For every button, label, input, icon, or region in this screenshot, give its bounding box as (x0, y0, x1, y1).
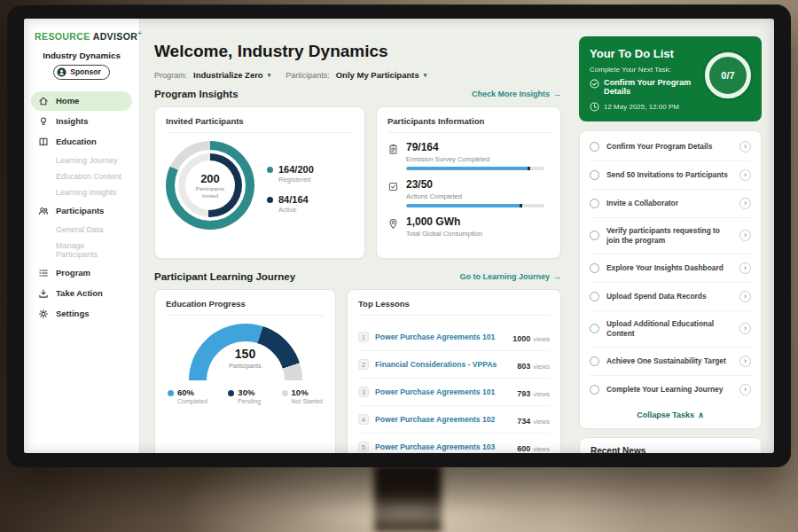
chevron-right-icon[interactable]: › (739, 141, 751, 153)
invited-participants-donut: 200 Participants Invited (166, 141, 254, 230)
sidebar-item-label: Participants (56, 206, 104, 215)
stat-actions-completed: 23/50 Actions Completed (387, 178, 550, 207)
donut-center-label: Participants Invited (191, 185, 230, 199)
learning-journey-header: Participant Learning Journey Go to Learn… (154, 271, 561, 282)
sidebar-item-general-data[interactable]: General Data (31, 222, 132, 238)
task-row[interactable]: Confirm Your Program Details › (590, 133, 751, 161)
gauge-center-value: 150 (189, 347, 302, 361)
task-checkbox[interactable] (590, 292, 599, 301)
card-title: Participants Information (387, 116, 550, 133)
chevron-right-icon[interactable]: › (739, 356, 751, 367)
participants-filter-label: Participants: (286, 71, 330, 80)
go-to-learning-journey-link[interactable]: Go to Learning Journey → (459, 272, 561, 281)
dashboard-screen: RESOURCE ADVISOR+ Industry Dynamics Spon… (24, 19, 774, 453)
task-checkbox[interactable] (590, 263, 599, 273)
sidebar-item-program[interactable]: Program (31, 263, 132, 283)
lesson-row: 1 Power Purchase Agreements 101 1000view… (358, 324, 550, 351)
desk-background: RESOURCE ADVISOR+ Industry Dynamics Spon… (0, 0, 798, 532)
checklist-icon (387, 180, 399, 192)
todo-list-card: Confirm Your Program Details › Send 50 I… (579, 130, 762, 429)
task-checkbox[interactable] (590, 385, 599, 395)
todo-summary-card: Your To Do List Complete Your Next Task:… (579, 36, 762, 121)
task-checkbox[interactable] (590, 324, 599, 333)
task-checkbox[interactable] (590, 142, 599, 152)
task-row[interactable]: Verify participants requesting to join t… (590, 218, 751, 254)
sidebar-item-home[interactable]: Home (31, 91, 132, 111)
lesson-rank: 3 (358, 387, 369, 397)
lesson-link[interactable]: Financial Considerations - VPPAs (375, 360, 511, 369)
legend-item-pending: 30% Pending (228, 387, 261, 404)
lesson-rank: 2 (358, 359, 369, 370)
sidebar-item-learning-insights[interactable]: Learning Insights (31, 184, 132, 200)
education-icon (38, 137, 49, 147)
sidebar-item-label: Insights (56, 116, 88, 126)
sidebar-item-insights[interactable]: Insights (31, 112, 132, 131)
donut-center-value: 200 (200, 172, 220, 185)
sidebar-item-learning-journey[interactable]: Learning Journey (31, 153, 132, 168)
card-title: Top Lessons (358, 299, 550, 316)
sidebar-item-take-action[interactable]: Take Action (31, 284, 132, 303)
legend-item-not-started: 10% Not Started (282, 387, 323, 404)
main-content: Welcome, Industry Dynamics Program: Indu… (140, 19, 574, 453)
logo-primary: RESOURCE (35, 31, 90, 42)
lesson-link[interactable]: Power Purchase Agreements 103 (375, 442, 511, 451)
sidebar-item-education[interactable]: Education (31, 132, 132, 152)
collapse-tasks-link[interactable]: Collapse Tasks ∧ (590, 403, 751, 426)
chevron-right-icon[interactable]: › (739, 198, 751, 209)
card-title: Education Progress (166, 299, 325, 316)
sidebar-item-participants[interactable]: Participants (31, 201, 132, 221)
sidebar-item-manage-participants[interactable]: Manage Participants (31, 238, 132, 262)
lesson-link[interactable]: Power Purchase Agreements 101 (375, 387, 511, 396)
sidebar-item-education-content[interactable]: Education Content (31, 168, 132, 184)
lesson-link[interactable]: Power Purchase Agreements 101 (375, 332, 506, 341)
task-row[interactable]: Complete Your Learning Journey › (590, 376, 751, 403)
chevron-right-icon[interactable]: › (739, 169, 751, 181)
participants-select-value: Only My Participants (336, 70, 419, 80)
insights-icon (38, 116, 49, 127)
todo-next-task-time: 12 May 2025, 12:00 PM (590, 101, 751, 112)
sidebar-item-settings[interactable]: Settings (31, 304, 132, 324)
task-row[interactable]: Invite a Collaborator › (590, 190, 751, 218)
chevron-right-icon[interactable]: › (739, 323, 751, 334)
stat-emission-survey: 79/164 Emission Survey Completed (387, 141, 550, 170)
participants-information-card: Participants Information 79/164 Emission… (376, 106, 561, 259)
chevron-right-icon[interactable]: › (739, 230, 751, 241)
lesson-rank: 5 (358, 442, 369, 452)
task-row[interactable]: Upload Spend Data Records › (590, 283, 751, 311)
program-select[interactable]: Industrialize Zero ▾ (193, 70, 270, 80)
recent-news-card: Recent News (579, 437, 762, 453)
task-checkbox[interactable] (590, 170, 599, 180)
legend-dot (282, 390, 288, 396)
task-checkbox[interactable] (590, 199, 599, 208)
sidebar-nav: Home Insights Education Learning Journey… (24, 91, 139, 324)
chevron-right-icon[interactable]: › (739, 262, 751, 274)
invited-participants-card: Invited Participants 200 Participants In… (154, 106, 365, 259)
lesson-link[interactable]: Power Purchase Agreements 102 (375, 415, 511, 424)
check-circle-icon (590, 79, 599, 89)
task-row[interactable]: Send 50 Invitations to Participants › (590, 161, 751, 190)
sidebar-item-label: Home (56, 96, 79, 106)
take-action-icon (38, 288, 49, 299)
task-row[interactable]: Achieve One Sustainability Target › (590, 348, 751, 376)
check-more-insights-link[interactable]: Check More Insights → (472, 90, 561, 98)
legend-dot (168, 390, 174, 396)
legend-item-registered: 164/200 Registered (267, 164, 314, 184)
logo-secondary: ADVISOR (93, 31, 138, 42)
chevron-right-icon[interactable]: › (739, 384, 751, 395)
recent-news-title: Recent News (591, 446, 750, 453)
location-pin-icon (387, 217, 399, 229)
task-row[interactable]: Upload Additional Educational Content › (590, 311, 751, 348)
participants-select[interactable]: Only My Participants ▾ (336, 70, 427, 80)
lesson-row: 3 Power Purchase Agreements 101 793views (358, 379, 550, 406)
task-row[interactable]: Explore Your Insights Dashboard › (590, 254, 751, 283)
task-checkbox[interactable] (590, 231, 599, 240)
todo-next-task[interactable]: Confirm Your Program Details (590, 78, 712, 96)
todo-progress-ring: 0/7 (705, 52, 751, 98)
task-checkbox[interactable] (590, 356, 599, 366)
clock-icon (590, 102, 599, 112)
chevron-right-icon[interactable]: › (739, 291, 751, 302)
program-insights-header: Program Insights Check More Insights → (154, 89, 561, 99)
sponsor-badge[interactable]: Sponsor (53, 65, 109, 80)
page-title: Welcome, Industry Dynamics (154, 42, 561, 61)
insights-cards-row: Invited Participants 200 Participants In… (154, 106, 561, 259)
